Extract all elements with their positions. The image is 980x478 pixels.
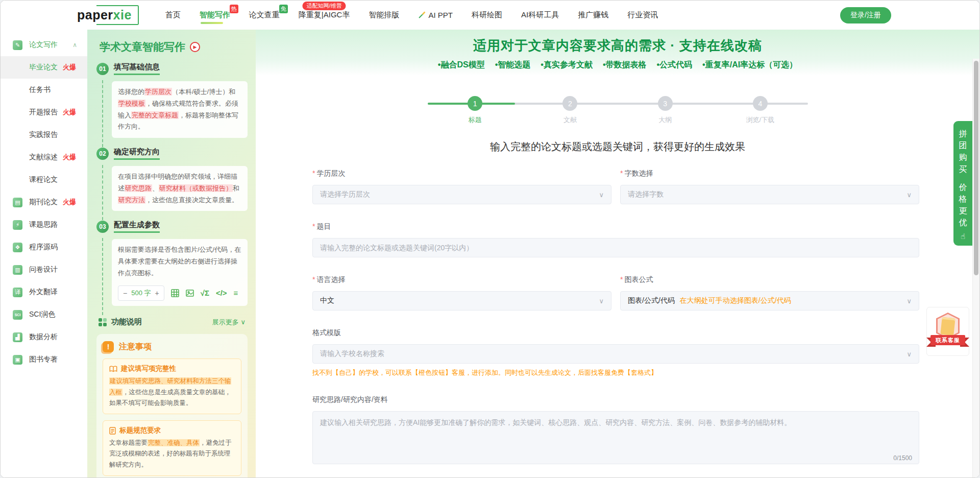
image-icon[interactable] (186, 289, 194, 297)
sidebar-item[interactable]: ⚡ 课题思路 (1, 213, 87, 236)
scroll-paper-icon (940, 317, 955, 336)
notice-box-title-rules: 标题规范要求 文章标题需要完整、准确、具体，避免过于宽泛或模糊的表述，好的标题有… (103, 420, 241, 476)
word-count-stepper[interactable]: − 500 字 + (118, 285, 164, 301)
field-label: 格式模版 (312, 328, 341, 337)
brand-logo[interactable]: paperxie (77, 6, 136, 24)
sidebar-item[interactable]: 实践报告 (1, 124, 87, 146)
nav-item[interactable]: 论文查重 免 (249, 10, 280, 20)
progress-step[interactable]: 3 大纲 (618, 96, 713, 125)
research-textarea[interactable] (312, 411, 919, 464)
main-content: 适用对于文章内容要求高的需求 · 支持在线改稿 •融合DS模型 •智能选题 •真… (256, 30, 979, 478)
login-register-button[interactable]: 登录/注册 (840, 7, 891, 23)
sidebar-item-label: SCI润色 (29, 310, 55, 319)
nav-item[interactable]: 智能排版 (369, 10, 399, 20)
show-more-label: 展示更多 (212, 318, 239, 326)
hot-badge: 火爆 (63, 153, 76, 162)
nav-item[interactable]: 智能写作 热 (200, 10, 230, 20)
language-group: *语言选择 中文 ∨ (312, 275, 611, 310)
progress-step[interactable]: 1 标题 (428, 96, 523, 125)
sidebar-item-label: 期刊论文 (29, 198, 58, 207)
sidebar-item-icon: ⚡ (13, 220, 22, 230)
required-asterisk: * (620, 169, 623, 177)
sidebar-item-icon: ✎ (13, 40, 22, 50)
word-count-value: 500 字 (131, 288, 151, 299)
sidebar-item[interactable]: 课程论文 (1, 169, 87, 191)
app-window: paperxie 首页 智能写作 热 论文查重 免 (0, 0, 980, 478)
chevron-down-icon: ∨ (599, 297, 604, 305)
step-number: 01 (96, 63, 109, 75)
paper-title-input[interactable] (312, 238, 919, 257)
language-select[interactable]: 中文 ∨ (312, 291, 611, 310)
nav-item[interactable]: 降重复|AIGC率 适配知网/维普 (299, 10, 350, 20)
sidebar-item[interactable]: SCI SCI润色 (1, 303, 87, 326)
magic-wand-icon (418, 11, 426, 19)
formula-icon[interactable]: √Σ (201, 286, 209, 300)
table-icon[interactable] (171, 289, 179, 297)
sidebar-item[interactable]: ▥ 问卷设计 (1, 258, 87, 281)
field-label: 字数选择 (624, 169, 653, 177)
nav-item[interactable]: AI PPT (418, 11, 453, 19)
sidebar-item[interactable]: 任务书 (1, 79, 87, 101)
list-icon[interactable]: ≡ (234, 286, 238, 300)
step-number: 02 (96, 148, 109, 160)
paper-form: *学历层次 请选择学历层次 ∨ *字数选择 请选择字数 ∨ (256, 154, 979, 478)
chevron-down-icon: ∨ (906, 350, 912, 358)
nav-item[interactable]: 推广赚钱 (578, 10, 608, 20)
chevron-up-icon: ∧ (72, 41, 77, 49)
sidebar-item-label: 数据分析 (29, 332, 58, 342)
select-placeholder: 请选择学历层次 (320, 190, 370, 199)
feature-bullet: •智能选题 (495, 60, 531, 70)
nav-item[interactable]: AI科研工具 (521, 10, 559, 20)
sidebar-item[interactable]: 译 外文翻译 (1, 281, 87, 303)
step-label: 大纲 (618, 115, 713, 125)
sidebar-item-label: 任务书 (29, 85, 51, 94)
word-count-minus-button[interactable]: − (123, 289, 127, 297)
education-level-select[interactable]: 请选择学历层次 ∨ (312, 185, 611, 204)
contact-support-button[interactable]: 联系客服 (926, 307, 969, 356)
notice-box-title: 建议填写项完整性 (121, 364, 176, 373)
nav-item[interactable]: 首页 (165, 10, 181, 20)
sidebar-item-icon: SCI (13, 310, 22, 320)
form-subtitle: 输入完整的论文标题或选题关键词，获得更好的生成效果 (256, 140, 979, 154)
nav-item-label: 论文查重 (249, 10, 280, 20)
group-buy-banner[interactable]: 拼团购买 价格更优 ☝ (953, 121, 972, 246)
step-title: 确定研究方向 (114, 147, 160, 160)
page-scrollbar[interactable] (972, 59, 979, 478)
word-count-select[interactable]: 请选择字数 ∨ (620, 185, 919, 204)
education-level-group: *学历层次 请选择学历层次 ∨ (312, 169, 611, 204)
show-more-link[interactable]: 展示更多 ∨ (212, 318, 246, 327)
sidebar-item[interactable]: ▤ 期刊论文 火爆 (1, 191, 87, 213)
word-count-plus-button[interactable]: + (155, 289, 159, 297)
document-icon (109, 427, 116, 435)
step-circle: 1 (468, 96, 482, 111)
progress-step[interactable]: 2 文献 (523, 96, 618, 125)
nav-item[interactable]: 行业资讯 (627, 10, 658, 20)
scrollbar-thumb[interactable] (974, 61, 978, 275)
brand-name-black: paper (77, 8, 113, 22)
feature-bullet: •重复率/AI率达标（可选） (702, 60, 797, 70)
school-search-select[interactable]: 请输入学校名称搜索 ∨ (312, 344, 919, 364)
chevron-down-icon: ∨ (599, 191, 604, 199)
chart-formula-select[interactable]: 图表/公式/代码 在大纲处可手动选择图表/公式/代码 ∨ (620, 291, 919, 310)
nav-item[interactable]: 科研绘图 (472, 10, 502, 20)
sidebar-item[interactable]: ▣ 图书专著 (1, 348, 87, 371)
field-label: 研究思路/研究内容/资料 (312, 395, 388, 403)
sidebar-item[interactable]: 毕业论文 火爆 (1, 56, 87, 79)
sidebar-item[interactable]: ❖ 程序源码 (1, 236, 87, 258)
feature-bullet: •公式代码 (657, 60, 693, 70)
step-description: 在项目选择中明确您的研究领域，详细描述研究思路、研究材料（或数据报告）和研究方法… (112, 166, 248, 211)
required-asterisk: * (312, 222, 315, 230)
chevron-down-icon: ∨ (240, 318, 246, 326)
guide-panel: 学术文章智能写作 ▶ 01 填写基础信息 选择您的学历层次（本科/硕士/博士）和… (87, 30, 256, 478)
sidebar-item[interactable]: 开题报告 火爆 (1, 101, 87, 124)
sidebar-item[interactable]: ✎ 论文写作 ∧ (1, 34, 87, 56)
code-icon[interactable]: </> (216, 286, 227, 300)
sidebar-item[interactable]: ▟ 数据分析 (1, 326, 87, 348)
progress-step[interactable]: 4 浏览/下载 (713, 96, 807, 125)
sidebar-item[interactable]: 文献综述 火爆 (1, 146, 87, 169)
word-count-group: *字数选择 请选择字数 ∨ (620, 169, 919, 204)
group-buy-line1: 拼团购买 (953, 128, 972, 175)
play-video-icon[interactable]: ▶ (190, 42, 200, 52)
main-nav: 首页 智能写作 热 论文查重 免 降重复|AIGC率 (165, 10, 658, 20)
required-asterisk: * (312, 275, 315, 283)
